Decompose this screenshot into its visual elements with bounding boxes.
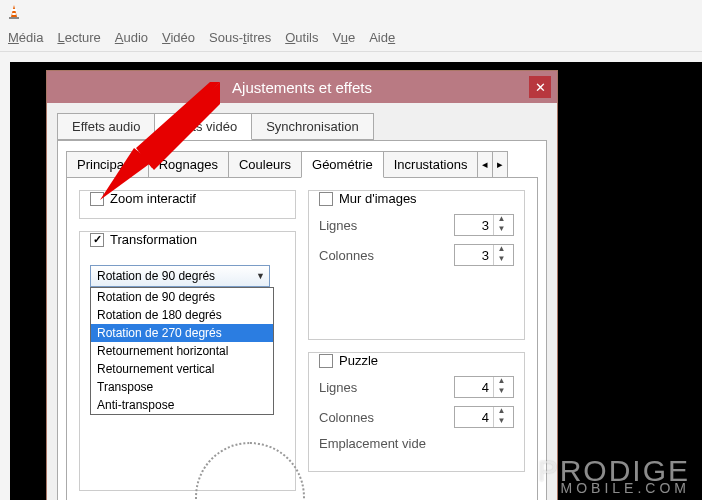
menu-soustitres[interactable]: Sous-titres <box>209 30 271 45</box>
option-rot180[interactable]: Rotation de 180 degrés <box>91 306 273 324</box>
spin-down-icon[interactable]: ▼ <box>494 255 509 265</box>
puzzle-group: Puzzle Lignes ▲▼ Colonnes <box>308 352 525 472</box>
effects-dialog: Ajustements et effets ✕ Effets audio Eff… <box>46 70 558 500</box>
menu-lecture[interactable]: Lecture <box>57 30 100 45</box>
subtab-couleurs[interactable]: Couleurs <box>228 151 302 178</box>
puzzle-rows-label: Lignes <box>319 380 357 395</box>
puzzle-rows-input[interactable] <box>455 380 493 395</box>
option-antitranspose[interactable]: Anti-transpose <box>91 396 273 414</box>
option-rot270[interactable]: Rotation de 270 degrés <box>91 324 273 342</box>
menu-video[interactable]: Vidéo <box>162 30 195 45</box>
subtab-incrustations[interactable]: Incrustations <box>383 151 479 178</box>
zoom-label: Zoom interactif <box>110 191 196 206</box>
puzzle-cols-spinner[interactable]: ▲▼ <box>454 406 514 428</box>
subtab-principaux[interactable]: Principaux <box>66 151 149 178</box>
puzzle-rows-spinner[interactable]: ▲▼ <box>454 376 514 398</box>
app-menubar[interactable]: Média Lecture Audio Vidéo Sous-titres Ou… <box>0 24 702 52</box>
cols-input[interactable] <box>455 248 493 263</box>
cols-label: Colonnes <box>319 248 374 263</box>
puzzle-checkbox[interactable] <box>319 354 333 368</box>
transform-group: Transformation Rotation de 90 degrés ▼ R… <box>79 231 296 491</box>
wall-checkbox[interactable] <box>319 192 333 206</box>
puzzle-cols-label: Colonnes <box>319 410 374 425</box>
transform-checkbox[interactable] <box>90 233 104 247</box>
puzzle-cols-input[interactable] <box>455 410 493 425</box>
combo-value: Rotation de 90 degrés <box>97 269 215 283</box>
rows-input[interactable] <box>455 218 493 233</box>
menu-aide[interactable]: Aide <box>369 30 395 45</box>
spin-down-icon[interactable]: ▼ <box>494 417 509 427</box>
chevron-down-icon: ▼ <box>256 271 265 281</box>
vlc-icon <box>6 4 22 20</box>
wall-label: Mur d'images <box>339 191 417 206</box>
tab-scroll-right[interactable]: ▸ <box>492 151 508 178</box>
cols-spinner[interactable]: ▲▼ <box>454 244 514 266</box>
svg-rect-1 <box>12 9 17 11</box>
menu-vue[interactable]: Vue <box>332 30 355 45</box>
menu-outils[interactable]: Outils <box>285 30 318 45</box>
angle-dial[interactable] <box>195 442 305 500</box>
transform-combobox[interactable]: Rotation de 90 degrés ▼ Rotation de 90 d… <box>90 265 270 287</box>
zoom-checkbox[interactable] <box>90 192 104 206</box>
spin-down-icon[interactable]: ▼ <box>494 387 509 397</box>
tab-effets-audio[interactable]: Effets audio <box>57 113 155 140</box>
subtab-rognages[interactable]: Rognages <box>148 151 229 178</box>
option-rot90[interactable]: Rotation de 90 degrés <box>91 288 273 306</box>
zoom-group: Zoom interactif <box>79 190 296 219</box>
empty-slot-label: Emplacement vide <box>319 436 426 451</box>
tab-scroll-left[interactable]: ◂ <box>477 151 493 178</box>
subtab-geometrie[interactable]: Géométrie <box>301 151 384 178</box>
wall-group: Mur d'images Lignes ▲▼ Colonnes <box>308 190 525 340</box>
svg-rect-2 <box>12 13 16 15</box>
menu-media[interactable]: Média <box>8 30 43 45</box>
close-button[interactable]: ✕ <box>529 76 551 98</box>
option-flipv[interactable]: Retournement vertical <box>91 360 273 378</box>
main-tabs: Effets audio Effets vidéo Synchronisatio… <box>57 113 547 140</box>
option-transpose[interactable]: Transpose <box>91 378 273 396</box>
rows-spinner[interactable]: ▲▼ <box>454 214 514 236</box>
dialog-title: Ajustements et effets ✕ <box>47 71 557 103</box>
app-titlebar <box>0 0 702 24</box>
puzzle-label: Puzzle <box>339 353 378 368</box>
dialog-title-text: Ajustements et effets <box>232 79 372 96</box>
svg-rect-3 <box>9 17 19 19</box>
transform-dropdown: Rotation de 90 degrés Rotation de 180 de… <box>90 287 274 415</box>
tab-effets-video[interactable]: Effets vidéo <box>154 113 252 140</box>
menu-audio[interactable]: Audio <box>115 30 148 45</box>
rows-label: Lignes <box>319 218 357 233</box>
transform-label: Transformation <box>110 232 197 247</box>
tab-synchronisation[interactable]: Synchronisation <box>251 113 374 140</box>
spin-down-icon[interactable]: ▼ <box>494 225 509 235</box>
option-fliph[interactable]: Retournement horizontal <box>91 342 273 360</box>
sub-tabs: Principaux Rognages Couleurs Géométrie I… <box>66 151 538 178</box>
